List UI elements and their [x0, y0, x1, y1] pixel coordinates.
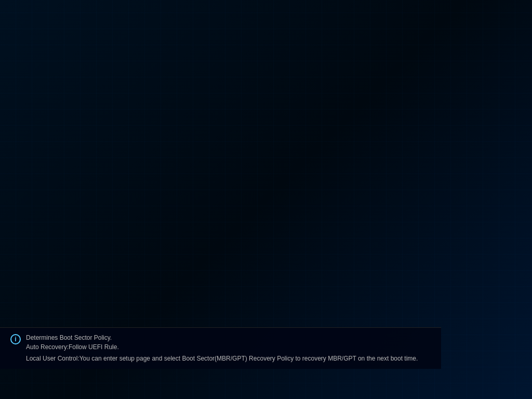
info-line1: Auto Recovery:Follow UEFI Rule. [26, 342, 431, 352]
info-box: i Determines Boot Sector Policy. Auto Re… [0, 327, 441, 369]
info-text: Determines Boot Sector Policy. Auto Reco… [26, 333, 431, 363]
info-icon: i [10, 334, 21, 344]
info-title: Determines Boot Sector Policy. [26, 333, 431, 342]
info-line2: Local User Control:You can enter setup p… [26, 354, 431, 363]
